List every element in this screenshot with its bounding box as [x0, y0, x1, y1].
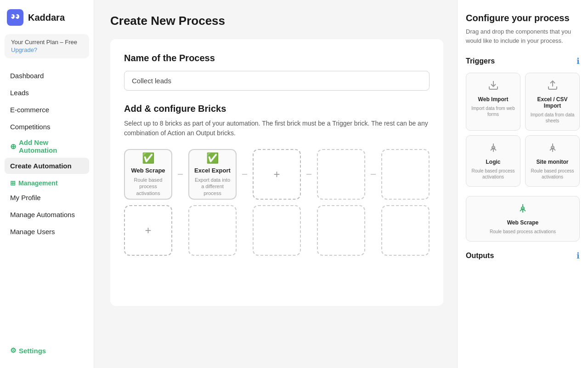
brick-add-6[interactable]: +: [124, 205, 172, 256]
kaddara-logo-icon: [7, 9, 23, 26]
check-icon-2: ✅: [206, 152, 219, 164]
sidebar-item-leads[interactable]: Leads: [5, 85, 89, 101]
web-scrape-label: Web Scrape: [507, 219, 538, 226]
site-monitor-label: Site monitor: [536, 159, 568, 165]
logic-icon: [488, 142, 499, 156]
component-site-monitor[interactable]: Site monitor Roule based process activat…: [525, 135, 580, 187]
svg-rect-0: [7, 9, 23, 26]
app-title: Kaddara: [28, 12, 65, 23]
triggers-section-header: Triggers ℹ: [466, 56, 580, 66]
add-new-automation-item[interactable]: ⊕ Add New Automation: [5, 136, 89, 157]
component-web-scrape[interactable]: Web Scrape Roule based process activatio…: [466, 196, 580, 242]
brick-excel-export-label: Excel Export: [194, 167, 231, 174]
upload-icon: [547, 80, 558, 93]
site-monitor-sub: Roule based process activations: [530, 168, 575, 180]
plan-label: Your Current Plan – Free: [11, 39, 83, 46]
plus-icon-3: +: [274, 168, 280, 181]
web-import-sub: Import data from web forms: [471, 105, 515, 117]
sidebar-item-ecommerce[interactable]: E-commerce: [5, 102, 89, 118]
outputs-label: Outputs: [466, 252, 494, 260]
bricks-description: Select up to 8 bricks as part of your au…: [124, 119, 430, 138]
web-scrape-sub: Roule based process activations: [490, 229, 556, 235]
sidebar-item-settings[interactable]: ⚙ Settings: [5, 342, 89, 359]
web-import-label: Web Import: [478, 96, 509, 103]
connector-4: [371, 149, 376, 200]
outputs-info-icon[interactable]: ℹ: [577, 251, 580, 261]
logic-label: Logic: [486, 159, 501, 165]
bricks-section-title: Add & configure Bricks: [124, 104, 430, 114]
triggers-info-icon[interactable]: ℹ: [577, 56, 580, 66]
download-icon: [488, 80, 499, 93]
spacer-2: [242, 205, 247, 256]
upgrade-link[interactable]: Upgrade?: [11, 46, 37, 53]
brick-web-scrape[interactable]: ✅ Web Scrape Roule based process activat…: [124, 149, 172, 200]
add-automation-label: Add New Automation: [19, 138, 84, 154]
process-name-section-title: Name of the Process: [124, 53, 430, 63]
site-monitor-icon: [547, 142, 558, 156]
brick-excel-export-sub: Export data into a different process: [189, 177, 236, 196]
logic-sub: Roule based process activations: [471, 168, 515, 180]
sidebar-item-create-automation[interactable]: Create Automation: [5, 158, 89, 174]
spacer-1: [178, 205, 183, 256]
excel-csv-import-sub: Import data from data sheets: [530, 112, 575, 124]
connector-3: [306, 149, 311, 200]
sidebar: Kaddara Your Current Plan – Free Upgrade…: [0, 0, 94, 368]
brick-empty-8[interactable]: [253, 205, 301, 256]
brick-empty-9[interactable]: [317, 205, 365, 256]
plan-box: Your Current Plan – Free Upgrade?: [5, 34, 89, 58]
process-form: Name of the Process Add & configure Bric…: [110, 39, 443, 306]
connector-1: [178, 149, 183, 200]
spacer-3: [306, 205, 311, 256]
bricks-row-1: ✅ Web Scrape Roule based process activat…: [124, 149, 430, 200]
triggers-grid: Web Import Import data from web forms Ex…: [466, 73, 580, 187]
brick-web-scrape-label: Web Scrape: [131, 167, 165, 174]
sidebar-item-manage-automations[interactable]: Manage Automations: [5, 207, 89, 223]
page-title: Create New Process: [110, 14, 443, 28]
right-panel-desc: Drag and drop the components that you wo…: [466, 27, 580, 45]
brick-empty-7[interactable]: [188, 205, 237, 256]
component-logic[interactable]: Logic Roule based process activations: [466, 135, 520, 187]
plus-icon-6: +: [145, 224, 151, 237]
plus-circle-icon: ⊕: [10, 142, 16, 151]
right-panel: Configure your process Drag and drop the…: [457, 0, 588, 368]
gear-icon: ⚙: [10, 346, 16, 355]
brick-empty-4[interactable]: [317, 149, 365, 200]
brick-empty-5[interactable]: [381, 149, 430, 200]
spacer-4: [371, 205, 376, 256]
brick-web-scrape-sub: Roule based process activations: [125, 177, 171, 196]
sidebar-item-my-profile[interactable]: My Profile: [5, 190, 89, 206]
sidebar-item-manage-users[interactable]: Manage Users: [5, 224, 89, 240]
management-section-label: ⊞ Management: [5, 175, 89, 190]
management-icon: ⊞: [10, 179, 16, 187]
svg-point-3: [11, 15, 13, 17]
right-panel-title: Configure your process: [466, 13, 580, 23]
bricks-grid: ✅ Web Scrape Roule based process activat…: [124, 149, 430, 256]
connector-2: [242, 149, 247, 200]
triggers-label: Triggers: [466, 57, 495, 65]
web-scrape-icon: [517, 203, 528, 217]
brick-add-3[interactable]: +: [253, 149, 301, 200]
component-excel-csv-import[interactable]: Excel / CSV Import Import data from data…: [525, 73, 580, 131]
main-content: Create New Process Name of the Process A…: [94, 0, 457, 368]
process-name-input[interactable]: [124, 71, 430, 91]
sidebar-item-competitions[interactable]: Competitions: [5, 119, 89, 135]
outputs-section-header: Outputs ℹ: [466, 251, 580, 261]
excel-csv-import-label: Excel / CSV Import: [530, 96, 575, 109]
brick-empty-10[interactable]: [381, 205, 430, 256]
logo-area: Kaddara: [5, 9, 89, 26]
check-icon: ✅: [142, 152, 154, 164]
bricks-row-2: +: [124, 205, 430, 256]
sidebar-item-dashboard[interactable]: Dashboard: [5, 68, 89, 84]
svg-point-4: [16, 15, 17, 17]
component-web-import[interactable]: Web Import Import data from web forms: [466, 73, 520, 131]
brick-excel-export[interactable]: ✅ Excel Export Export data into a differ…: [188, 149, 237, 200]
